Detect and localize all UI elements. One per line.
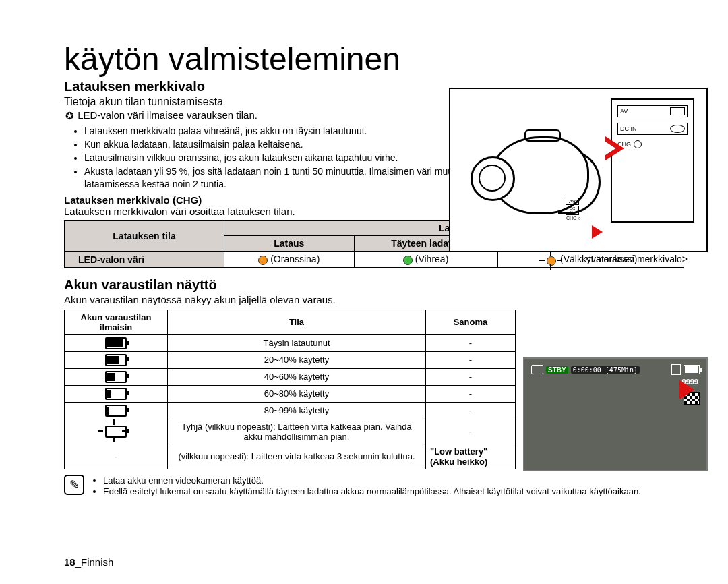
page-title: käytön valmisteleminen — [64, 40, 688, 78]
dcin-port: DC IN — [617, 123, 688, 135]
figure-caption: <Latauksen merkkivalo> — [585, 254, 688, 264]
figure-camera: AV DC IN CHG ○ AV DC IN CHG — [449, 88, 708, 252]
battery-indicator-cell: - — [65, 444, 168, 469]
av-port: AV — [617, 105, 688, 117]
manual-page: käytön valmisteleminen Latauksen merkkiv… — [0, 0, 728, 584]
table-row: 80~99% käytetty- — [65, 402, 516, 419]
battery-osd-icon — [684, 365, 700, 374]
camera-mode-icon — [531, 365, 543, 374]
section2-heading: Akun varaustilan näyttö — [64, 277, 688, 293]
battery-icon — [105, 354, 127, 366]
battery-state-cell: Täysin latautunut — [168, 334, 426, 351]
led-row-color: LED-valon väri — [65, 252, 224, 267]
battery-indicator-cell — [65, 351, 168, 368]
battery-indicator-cell — [65, 368, 168, 385]
page-lang: Finnish — [81, 556, 113, 568]
led-cell: (Oranssina) — [224, 252, 355, 267]
table-row: 40~60% käytetty- — [65, 368, 516, 385]
table-row: -(vilkkuu nopeasti): Laitteen virta katk… — [65, 444, 516, 469]
stby-badge: STBY — [546, 366, 568, 374]
battery-indicator-cell — [65, 402, 168, 419]
battery-msg-cell: - — [426, 402, 516, 419]
table-row: Tyhjä (vilkkuu nopeasti): Laitteen virta… — [65, 419, 516, 444]
figure-lcd: STBY 0:00:00 [475Min] 9999 — [523, 357, 708, 471]
battery-state-cell: 20~40% käytetty — [168, 351, 426, 368]
led-orange-icon — [258, 256, 268, 265]
osd-time: 0:00:00 [475Min] — [571, 366, 640, 374]
battery-msg-cell: - — [426, 334, 516, 351]
battery-state-cell: (vilkkuu nopeasti): Laitteen virta katke… — [168, 444, 426, 469]
battery-state-cell: Tyhjä (vilkkuu nopeasti): Laitteen virta… — [168, 419, 426, 444]
red-arrow-icon — [679, 380, 694, 399]
battery-icon — [105, 405, 127, 417]
red-arrow-icon — [592, 225, 603, 239]
battery-msg-cell: - — [426, 368, 516, 385]
battery-state-cell: 80~99% käytetty — [168, 402, 426, 419]
page-number: 18 — [64, 556, 75, 568]
sd-card-icon — [671, 364, 681, 375]
star-icon: ✪ — [64, 110, 75, 122]
camera-illustration: AV DC IN CHG ○ — [464, 116, 605, 224]
led-green-icon — [403, 256, 413, 265]
battery-msg-cell: - — [426, 351, 516, 368]
page-footer: 18_Finnish — [64, 556, 113, 568]
led-table-state-header: Latauksen tila — [65, 221, 224, 252]
red-arrow-icon — [605, 136, 624, 160]
note-item: Lataa akku ennen videokameran käyttöä. — [103, 475, 641, 486]
led-blink-orange-icon — [547, 256, 556, 266]
led-col: Lataus — [224, 236, 355, 252]
battery-indicator-cell — [65, 385, 168, 402]
bt-h2: Sanoma — [426, 310, 516, 334]
table-row: 60~80% käytetty- — [65, 385, 516, 402]
osd-top: STBY 0:00:00 [475Min] — [531, 364, 700, 375]
section2-desc: Akun varaustilan näytössä näkyy akun jäl… — [64, 294, 688, 305]
battery-state-cell: 60~80% käytetty — [168, 385, 426, 402]
battery-msg-cell: "Low battery"(Akku heikko) — [426, 444, 516, 469]
starline-text: LED-valon väri ilmaisee varauksen tilan. — [78, 109, 257, 121]
led-cell: (Vihreä) — [354, 252, 497, 267]
battery-indicator-cell — [65, 419, 168, 444]
battery-indicator-cell — [65, 334, 168, 351]
bt-h0: Akun varaustilan ilmaisin — [65, 310, 168, 334]
battery-icon — [105, 337, 127, 349]
notes-block: ✎ Lataa akku ennen videokameran käyttöä.… — [64, 475, 688, 497]
table-row: 20~40% käytetty- — [65, 351, 516, 368]
notes-list: Lataa akku ennen videokameran käyttöä. E… — [91, 475, 641, 497]
table-row: Täysin latautunut- — [65, 334, 516, 351]
battery-table: Akun varaustilan ilmaisin Tila Sanoma Tä… — [64, 310, 516, 469]
battery-msg-cell: - — [426, 385, 516, 402]
battery-icon — [105, 388, 127, 400]
battery-msg-cell: - — [426, 419, 516, 444]
battery-icon — [105, 371, 127, 383]
port-panel-zoom: AV DC IN CHG — [611, 98, 694, 223]
battery-state-cell: 40~60% käytetty — [168, 368, 426, 385]
chg-led: CHG — [617, 140, 688, 148]
note-icon: ✎ — [64, 475, 84, 495]
note-item: Edellä esitetyt lukemat on saatu käyttäm… — [103, 486, 641, 496]
bt-h1: Tila — [168, 310, 426, 334]
